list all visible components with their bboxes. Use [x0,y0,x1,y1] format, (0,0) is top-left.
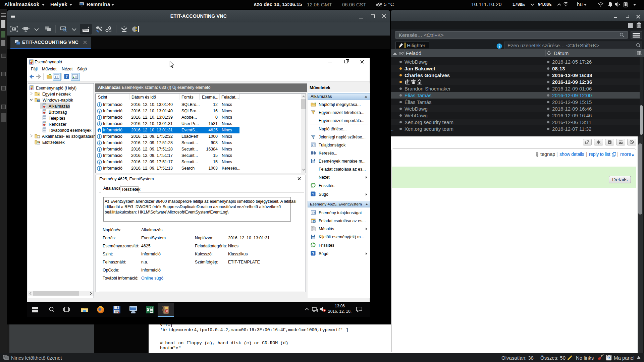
svg-text:10: 10 [607,357,610,360]
svg-text:?: ? [312,251,314,255]
svg-text:?: ? [312,192,314,196]
svg-text:?: ? [65,74,68,78]
